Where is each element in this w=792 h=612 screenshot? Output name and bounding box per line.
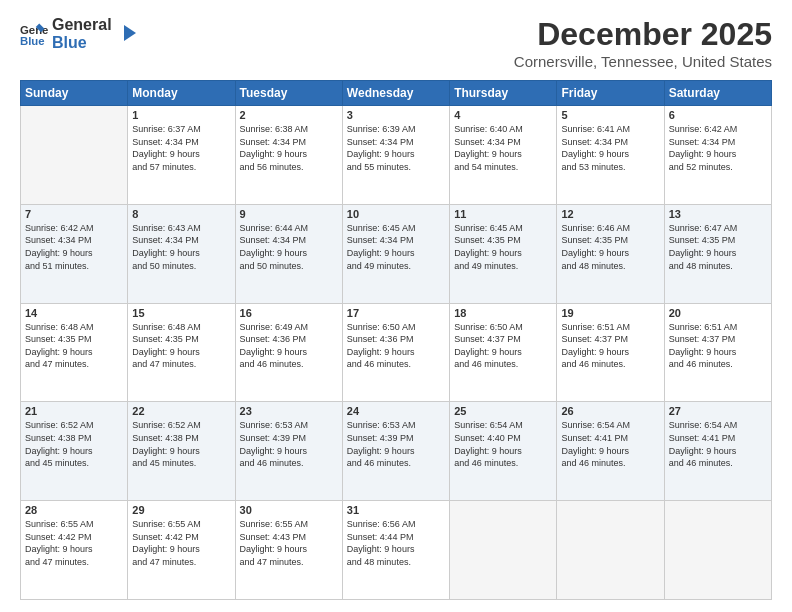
day-number: 8 bbox=[132, 208, 230, 220]
day-info: Sunrise: 6:54 AM Sunset: 4:40 PM Dayligh… bbox=[454, 419, 552, 469]
day-number: 20 bbox=[669, 307, 767, 319]
page-subtitle: Cornersville, Tennessee, United States bbox=[514, 53, 772, 70]
day-number: 7 bbox=[25, 208, 123, 220]
calendar-day-cell: 2Sunrise: 6:38 AM Sunset: 4:34 PM Daylig… bbox=[235, 106, 342, 205]
day-number: 30 bbox=[240, 504, 338, 516]
calendar-week-row: 7Sunrise: 6:42 AM Sunset: 4:34 PM Daylig… bbox=[21, 204, 772, 303]
calendar-day-cell: 25Sunrise: 6:54 AM Sunset: 4:40 PM Dayli… bbox=[450, 402, 557, 501]
calendar-day-cell: 13Sunrise: 6:47 AM Sunset: 4:35 PM Dayli… bbox=[664, 204, 771, 303]
day-number: 24 bbox=[347, 405, 445, 417]
col-sunday: Sunday bbox=[21, 81, 128, 106]
day-info: Sunrise: 6:54 AM Sunset: 4:41 PM Dayligh… bbox=[561, 419, 659, 469]
day-number: 26 bbox=[561, 405, 659, 417]
calendar-week-row: 28Sunrise: 6:55 AM Sunset: 4:42 PM Dayli… bbox=[21, 501, 772, 600]
day-number: 18 bbox=[454, 307, 552, 319]
day-info: Sunrise: 6:42 AM Sunset: 4:34 PM Dayligh… bbox=[669, 123, 767, 173]
day-number: 17 bbox=[347, 307, 445, 319]
day-number: 21 bbox=[25, 405, 123, 417]
day-info: Sunrise: 6:43 AM Sunset: 4:34 PM Dayligh… bbox=[132, 222, 230, 272]
col-monday: Monday bbox=[128, 81, 235, 106]
calendar-day-cell: 26Sunrise: 6:54 AM Sunset: 4:41 PM Dayli… bbox=[557, 402, 664, 501]
day-info: Sunrise: 6:53 AM Sunset: 4:39 PM Dayligh… bbox=[240, 419, 338, 469]
calendar-day-cell: 15Sunrise: 6:48 AM Sunset: 4:35 PM Dayli… bbox=[128, 303, 235, 402]
day-info: Sunrise: 6:45 AM Sunset: 4:35 PM Dayligh… bbox=[454, 222, 552, 272]
calendar-day-cell: 7Sunrise: 6:42 AM Sunset: 4:34 PM Daylig… bbox=[21, 204, 128, 303]
calendar-day-cell: 30Sunrise: 6:55 AM Sunset: 4:43 PM Dayli… bbox=[235, 501, 342, 600]
calendar-day-cell: 24Sunrise: 6:53 AM Sunset: 4:39 PM Dayli… bbox=[342, 402, 449, 501]
calendar-day-cell: 3Sunrise: 6:39 AM Sunset: 4:34 PM Daylig… bbox=[342, 106, 449, 205]
calendar-day-cell: 5Sunrise: 6:41 AM Sunset: 4:34 PM Daylig… bbox=[557, 106, 664, 205]
day-info: Sunrise: 6:38 AM Sunset: 4:34 PM Dayligh… bbox=[240, 123, 338, 173]
day-info: Sunrise: 6:37 AM Sunset: 4:34 PM Dayligh… bbox=[132, 123, 230, 173]
title-block: December 2025 Cornersville, Tennessee, U… bbox=[514, 16, 772, 70]
day-number: 28 bbox=[25, 504, 123, 516]
col-saturday: Saturday bbox=[664, 81, 771, 106]
calendar-table: Sunday Monday Tuesday Wednesday Thursday… bbox=[20, 80, 772, 600]
col-tuesday: Tuesday bbox=[235, 81, 342, 106]
day-number: 22 bbox=[132, 405, 230, 417]
day-info: Sunrise: 6:44 AM Sunset: 4:34 PM Dayligh… bbox=[240, 222, 338, 272]
calendar-day-cell: 9Sunrise: 6:44 AM Sunset: 4:34 PM Daylig… bbox=[235, 204, 342, 303]
col-thursday: Thursday bbox=[450, 81, 557, 106]
day-number: 3 bbox=[347, 109, 445, 121]
day-info: Sunrise: 6:46 AM Sunset: 4:35 PM Dayligh… bbox=[561, 222, 659, 272]
day-info: Sunrise: 6:52 AM Sunset: 4:38 PM Dayligh… bbox=[25, 419, 123, 469]
calendar-day-cell bbox=[664, 501, 771, 600]
day-info: Sunrise: 6:47 AM Sunset: 4:35 PM Dayligh… bbox=[669, 222, 767, 272]
logo-triangle-icon bbox=[116, 23, 138, 45]
day-info: Sunrise: 6:42 AM Sunset: 4:34 PM Dayligh… bbox=[25, 222, 123, 272]
day-info: Sunrise: 6:49 AM Sunset: 4:36 PM Dayligh… bbox=[240, 321, 338, 371]
svg-text:Blue: Blue bbox=[20, 34, 45, 46]
logo-blue: Blue bbox=[52, 34, 112, 52]
day-number: 27 bbox=[669, 405, 767, 417]
col-friday: Friday bbox=[557, 81, 664, 106]
day-info: Sunrise: 6:40 AM Sunset: 4:34 PM Dayligh… bbox=[454, 123, 552, 173]
day-number: 31 bbox=[347, 504, 445, 516]
calendar-week-row: 1Sunrise: 6:37 AM Sunset: 4:34 PM Daylig… bbox=[21, 106, 772, 205]
logo-icon: General Blue bbox=[20, 20, 48, 48]
calendar-day-cell: 28Sunrise: 6:55 AM Sunset: 4:42 PM Dayli… bbox=[21, 501, 128, 600]
day-number: 6 bbox=[669, 109, 767, 121]
day-number: 5 bbox=[561, 109, 659, 121]
day-number: 19 bbox=[561, 307, 659, 319]
day-number: 1 bbox=[132, 109, 230, 121]
day-info: Sunrise: 6:54 AM Sunset: 4:41 PM Dayligh… bbox=[669, 419, 767, 469]
day-number: 15 bbox=[132, 307, 230, 319]
day-info: Sunrise: 6:51 AM Sunset: 4:37 PM Dayligh… bbox=[561, 321, 659, 371]
day-number: 14 bbox=[25, 307, 123, 319]
calendar-day-cell: 1Sunrise: 6:37 AM Sunset: 4:34 PM Daylig… bbox=[128, 106, 235, 205]
calendar-day-cell: 31Sunrise: 6:56 AM Sunset: 4:44 PM Dayli… bbox=[342, 501, 449, 600]
day-info: Sunrise: 6:53 AM Sunset: 4:39 PM Dayligh… bbox=[347, 419, 445, 469]
calendar-week-row: 21Sunrise: 6:52 AM Sunset: 4:38 PM Dayli… bbox=[21, 402, 772, 501]
calendar-day-cell: 8Sunrise: 6:43 AM Sunset: 4:34 PM Daylig… bbox=[128, 204, 235, 303]
day-number: 2 bbox=[240, 109, 338, 121]
calendar-day-cell: 10Sunrise: 6:45 AM Sunset: 4:34 PM Dayli… bbox=[342, 204, 449, 303]
calendar-day-cell: 27Sunrise: 6:54 AM Sunset: 4:41 PM Dayli… bbox=[664, 402, 771, 501]
header: General Blue General Blue December 2025 … bbox=[20, 16, 772, 70]
calendar-week-row: 14Sunrise: 6:48 AM Sunset: 4:35 PM Dayli… bbox=[21, 303, 772, 402]
day-number: 12 bbox=[561, 208, 659, 220]
day-info: Sunrise: 6:55 AM Sunset: 4:42 PM Dayligh… bbox=[25, 518, 123, 568]
day-number: 16 bbox=[240, 307, 338, 319]
col-wednesday: Wednesday bbox=[342, 81, 449, 106]
calendar-day-cell: 21Sunrise: 6:52 AM Sunset: 4:38 PM Dayli… bbox=[21, 402, 128, 501]
calendar-header-row: Sunday Monday Tuesday Wednesday Thursday… bbox=[21, 81, 772, 106]
day-info: Sunrise: 6:48 AM Sunset: 4:35 PM Dayligh… bbox=[25, 321, 123, 371]
calendar-day-cell: 19Sunrise: 6:51 AM Sunset: 4:37 PM Dayli… bbox=[557, 303, 664, 402]
calendar-day-cell: 18Sunrise: 6:50 AM Sunset: 4:37 PM Dayli… bbox=[450, 303, 557, 402]
calendar-day-cell: 11Sunrise: 6:45 AM Sunset: 4:35 PM Dayli… bbox=[450, 204, 557, 303]
calendar-day-cell: 22Sunrise: 6:52 AM Sunset: 4:38 PM Dayli… bbox=[128, 402, 235, 501]
page: General Blue General Blue December 2025 … bbox=[0, 0, 792, 612]
calendar-day-cell: 6Sunrise: 6:42 AM Sunset: 4:34 PM Daylig… bbox=[664, 106, 771, 205]
day-info: Sunrise: 6:52 AM Sunset: 4:38 PM Dayligh… bbox=[132, 419, 230, 469]
day-info: Sunrise: 6:50 AM Sunset: 4:36 PM Dayligh… bbox=[347, 321, 445, 371]
day-number: 9 bbox=[240, 208, 338, 220]
calendar-day-cell: 16Sunrise: 6:49 AM Sunset: 4:36 PM Dayli… bbox=[235, 303, 342, 402]
day-info: Sunrise: 6:48 AM Sunset: 4:35 PM Dayligh… bbox=[132, 321, 230, 371]
day-info: Sunrise: 6:51 AM Sunset: 4:37 PM Dayligh… bbox=[669, 321, 767, 371]
day-number: 11 bbox=[454, 208, 552, 220]
page-title: December 2025 bbox=[514, 16, 772, 53]
day-number: 13 bbox=[669, 208, 767, 220]
day-info: Sunrise: 6:39 AM Sunset: 4:34 PM Dayligh… bbox=[347, 123, 445, 173]
day-number: 4 bbox=[454, 109, 552, 121]
